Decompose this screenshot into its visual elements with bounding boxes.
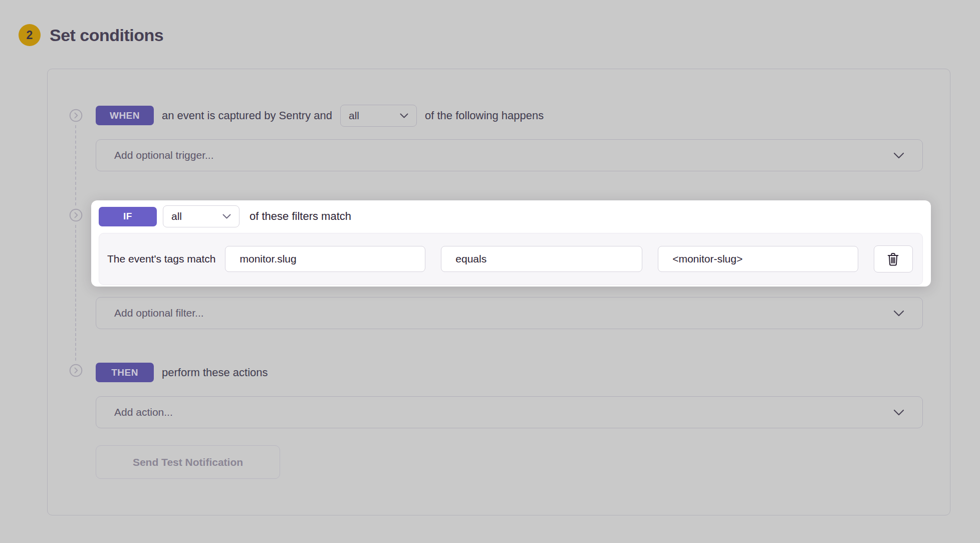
when-badge: WHEN <box>96 106 154 125</box>
then-badge: THEN <box>96 363 154 382</box>
when-text-before: an event is captured by Sentry and <box>162 109 332 122</box>
add-action-placeholder: Add action... <box>114 406 173 418</box>
add-trigger-select[interactable]: Add optional trigger... <box>96 139 923 171</box>
step-number-badge: 2 <box>19 24 41 46</box>
chevron-down-icon <box>893 310 904 317</box>
section-header: 2 Set conditions <box>19 24 163 46</box>
chevron-down-icon <box>893 409 904 416</box>
if-match-select-value: all <box>171 210 182 222</box>
then-condition-row: THEN perform these actions <box>96 361 923 384</box>
if-condition-row: IF all of these filters match <box>99 205 923 227</box>
filter-condition-row: The event's tags match equals <box>99 233 923 285</box>
connector-line <box>75 125 76 205</box>
add-filter-select[interactable]: Add optional filter... <box>96 297 923 329</box>
if-condition-card: IF all of these filters match The event'… <box>91 200 931 287</box>
if-badge: IF <box>99 207 157 226</box>
delete-filter-button[interactable] <box>874 245 913 273</box>
chevron-right-circle-icon <box>69 208 83 222</box>
if-text-after: of these filters match <box>250 210 351 223</box>
chevron-right-circle-icon <box>69 109 83 122</box>
conditions-panel: WHEN an event is captured by Sentry and … <box>47 69 950 515</box>
when-match-select[interactable]: all <box>340 105 417 127</box>
chevron-down-icon <box>893 152 904 159</box>
send-test-notification-button[interactable]: Send Test Notification <box>96 445 280 479</box>
page-title: Set conditions <box>50 26 163 45</box>
then-text-after: perform these actions <box>162 366 268 379</box>
add-action-select[interactable]: Add action... <box>96 396 923 428</box>
if-match-select[interactable]: all <box>163 205 239 227</box>
trash-icon <box>886 252 900 266</box>
filter-value-input[interactable] <box>658 246 858 272</box>
chevron-down-icon <box>400 113 408 118</box>
filter-match-select[interactable]: equals <box>441 246 642 272</box>
when-condition-row: WHEN an event is captured by Sentry and … <box>96 104 923 127</box>
when-text-after: of the following happens <box>425 109 544 122</box>
chevron-right-circle-icon <box>69 364 83 377</box>
when-match-select-value: all <box>349 110 359 122</box>
chevron-down-icon <box>222 214 231 219</box>
connector-line <box>75 225 76 361</box>
add-filter-placeholder: Add optional filter... <box>114 307 204 319</box>
filter-key-input[interactable] <box>225 246 425 272</box>
filter-match-select-value: equals <box>455 253 486 265</box>
chevron-down-icon <box>621 256 631 262</box>
filter-label: The event's tags match <box>107 253 215 265</box>
add-trigger-placeholder: Add optional trigger... <box>114 149 213 161</box>
